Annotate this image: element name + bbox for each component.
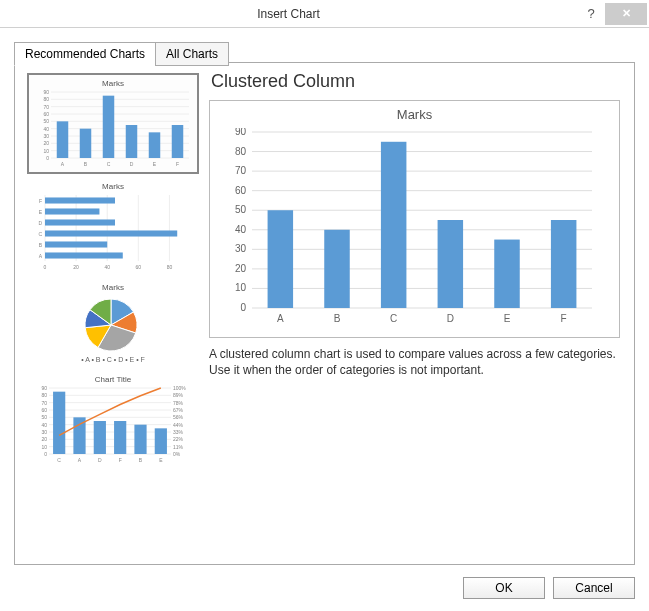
svg-text:E: E xyxy=(159,457,163,463)
svg-rect-118 xyxy=(324,230,350,308)
tab-all-charts[interactable]: All Charts xyxy=(155,42,229,66)
thumb-pie-legend: • A • B • C • D • E • F xyxy=(33,356,193,363)
svg-text:22%: 22% xyxy=(173,436,184,442)
tab-recommended-charts[interactable]: Recommended Charts xyxy=(14,42,156,66)
svg-text:C: C xyxy=(57,457,61,463)
thumb-title: Marks xyxy=(33,283,193,292)
svg-text:40: 40 xyxy=(104,264,110,270)
svg-text:80: 80 xyxy=(43,96,49,102)
cancel-button[interactable]: Cancel xyxy=(553,577,635,599)
svg-text:10: 10 xyxy=(235,282,247,293)
svg-text:40: 40 xyxy=(43,126,49,132)
svg-text:30: 30 xyxy=(43,133,49,139)
svg-text:0: 0 xyxy=(46,155,49,161)
svg-text:60: 60 xyxy=(41,407,47,413)
svg-text:A: A xyxy=(78,457,82,463)
svg-text:C: C xyxy=(38,231,42,237)
svg-rect-126 xyxy=(551,220,577,308)
svg-text:70: 70 xyxy=(41,400,47,406)
preview-chart-title: Marks xyxy=(218,107,611,122)
svg-text:80: 80 xyxy=(167,264,173,270)
thumb-clustered-bar[interactable]: Marks 020406080FEDCBA xyxy=(27,178,199,275)
close-icon: ✕ xyxy=(622,7,631,20)
svg-text:56%: 56% xyxy=(173,414,184,420)
thumb-combo[interactable]: Chart Title 00%1011%2022%3033%4044%5056%… xyxy=(27,371,199,468)
svg-text:50: 50 xyxy=(43,118,49,124)
svg-text:100%: 100% xyxy=(173,386,186,391)
svg-rect-52 xyxy=(45,252,123,258)
svg-text:E: E xyxy=(153,161,157,167)
preview-chart-svg: 0102030405060708090ABCDEF xyxy=(218,128,598,328)
svg-text:F: F xyxy=(119,457,122,463)
svg-text:50: 50 xyxy=(41,414,47,420)
svg-rect-28 xyxy=(149,132,161,158)
svg-rect-90 xyxy=(114,421,126,454)
svg-text:C: C xyxy=(107,161,111,167)
svg-rect-94 xyxy=(155,428,167,454)
svg-text:F: F xyxy=(39,198,42,204)
svg-text:60: 60 xyxy=(43,111,49,117)
svg-text:10: 10 xyxy=(43,148,49,154)
svg-rect-116 xyxy=(268,210,293,308)
svg-text:30: 30 xyxy=(235,243,247,254)
dialog-footer: OK Cancel xyxy=(463,577,635,599)
svg-text:30: 30 xyxy=(41,429,47,435)
preview-chart-box: Marks 0102030405060708090ABCDEF xyxy=(209,100,620,338)
svg-text:40: 40 xyxy=(235,224,247,235)
help-button[interactable]: ? xyxy=(577,6,605,21)
close-button[interactable]: ✕ xyxy=(605,3,647,25)
svg-text:60: 60 xyxy=(136,264,142,270)
chart-description: A clustered column chart is used to comp… xyxy=(209,346,620,378)
svg-rect-48 xyxy=(45,230,177,236)
svg-rect-30 xyxy=(172,125,184,158)
svg-text:50: 50 xyxy=(235,204,247,215)
svg-text:B: B xyxy=(334,313,341,324)
svg-text:F: F xyxy=(176,161,179,167)
svg-text:11%: 11% xyxy=(173,444,184,450)
svg-text:A: A xyxy=(39,253,43,259)
svg-text:10: 10 xyxy=(41,444,47,450)
svg-rect-46 xyxy=(45,219,115,225)
svg-text:0: 0 xyxy=(240,302,246,313)
svg-rect-42 xyxy=(45,197,115,203)
content-frame: Marks 0102030405060708090ABCDEF Marks 02… xyxy=(14,62,635,565)
thumb-clustered-column[interactable]: Marks 0102030405060708090ABCDEF xyxy=(27,73,199,174)
svg-text:F: F xyxy=(561,313,567,324)
ok-button[interactable]: OK xyxy=(463,577,545,599)
svg-text:0%: 0% xyxy=(173,451,181,457)
svg-text:B: B xyxy=(139,457,143,463)
svg-text:D: D xyxy=(38,220,42,226)
svg-text:D: D xyxy=(447,313,454,324)
svg-text:44%: 44% xyxy=(173,422,184,428)
thumb-pie[interactable]: Marks • A • B • C • D • E • F xyxy=(27,279,199,367)
thumb-title: Marks xyxy=(33,182,193,191)
svg-text:B: B xyxy=(39,242,43,248)
svg-text:70: 70 xyxy=(235,165,247,176)
svg-text:20: 20 xyxy=(41,436,47,442)
svg-rect-22 xyxy=(80,129,92,158)
svg-rect-26 xyxy=(126,125,138,158)
svg-text:33%: 33% xyxy=(173,429,184,435)
svg-text:90: 90 xyxy=(43,90,49,95)
svg-text:A: A xyxy=(61,161,65,167)
recommended-thumbnails: Marks 0102030405060708090ABCDEF Marks 02… xyxy=(15,63,203,564)
svg-text:70: 70 xyxy=(43,104,49,110)
svg-rect-88 xyxy=(94,421,106,454)
svg-text:0: 0 xyxy=(44,264,47,270)
svg-rect-84 xyxy=(53,392,65,454)
thumb-combo-chart: 00%1011%2022%3033%4044%5056%6067%7078%80… xyxy=(33,386,189,464)
svg-text:20: 20 xyxy=(73,264,79,270)
svg-text:20: 20 xyxy=(43,140,49,146)
svg-text:78%: 78% xyxy=(173,400,184,406)
thumb-title: Chart Title xyxy=(33,375,193,384)
tab-bar: Recommended Charts All Charts xyxy=(14,42,649,66)
thumb-clustered-bar-chart: 020406080FEDCBA xyxy=(33,193,189,271)
svg-text:90: 90 xyxy=(235,128,247,137)
chart-type-heading: Clustered Column xyxy=(211,71,620,92)
svg-text:E: E xyxy=(39,209,43,215)
svg-text:C: C xyxy=(390,313,397,324)
svg-rect-44 xyxy=(45,208,99,214)
svg-text:E: E xyxy=(504,313,511,324)
thumb-clustered-column-chart: 0102030405060708090ABCDEF xyxy=(35,90,191,168)
svg-text:20: 20 xyxy=(235,263,247,274)
